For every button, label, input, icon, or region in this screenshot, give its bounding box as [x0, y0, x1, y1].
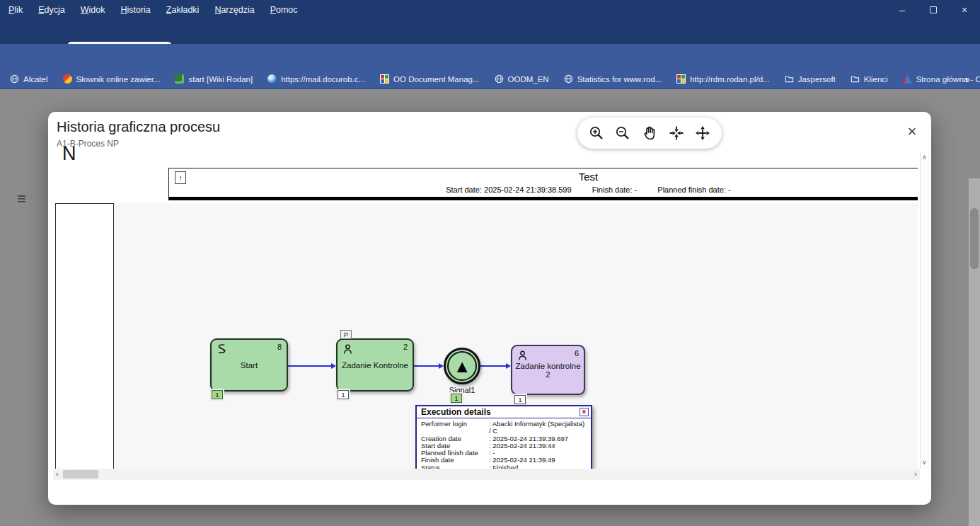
- node-task1-flag: P: [340, 330, 352, 339]
- globe-icon: [564, 74, 573, 84]
- graphical-history-dialog: Historia graficzna procesu A1-B-Proces N…: [48, 112, 931, 505]
- node-task2-badge: 1: [514, 395, 526, 404]
- diagram-vertical-scrollbar[interactable]: ∧ ∨: [920, 152, 929, 469]
- globe-icon: [10, 74, 19, 84]
- signal-triangle-icon: ▲: [447, 351, 477, 381]
- folder-icon: [785, 74, 794, 84]
- node-signal-badge: 1: [451, 394, 462, 403]
- scroll-down-icon[interactable]: ∨: [922, 459, 927, 466]
- bookmark-oodm-en[interactable]: OODM_EN: [495, 74, 549, 84]
- popup-title: Execution details: [421, 407, 491, 417]
- edge-start-task1: [288, 365, 331, 367]
- execution-details-popup: Execution details × Performer login: Aba…: [415, 405, 592, 469]
- node-task1-badge: 1: [338, 390, 349, 399]
- bookmarks-bar: Alcatel Słownik online zawier... start […: [0, 69, 980, 89]
- node-task2[interactable]: 6 Zadanie kontrolne 2: [511, 345, 585, 395]
- menu-narzedzia[interactable]: Narzędzia: [214, 5, 254, 15]
- node-start-badge: 1: [212, 390, 223, 399]
- edge-task1-signal: [414, 365, 439, 367]
- globe-icon: [495, 74, 504, 84]
- wiki-icon: [175, 74, 184, 84]
- node-count: 8: [277, 343, 282, 351]
- page-scrollbar-thumb[interactable]: [970, 208, 979, 269]
- center-fit-button[interactable]: [666, 122, 687, 144]
- node-task1[interactable]: 2 Zadanie Kontrolne: [336, 338, 414, 391]
- bookmark-statistics[interactable]: Statistics for www.rod...: [564, 74, 662, 84]
- bookmark-oo-document[interactable]: OO Document Manag...: [380, 74, 479, 84]
- window-controls: – ×: [887, 0, 980, 20]
- edge-signal-task2: [480, 365, 506, 367]
- node-label: Zadanie kontrolne 2: [512, 362, 584, 379]
- folder-icon: [851, 74, 860, 84]
- popup-titlebar: Execution details ×: [417, 406, 591, 418]
- menu-widok[interactable]: Widok: [81, 5, 105, 15]
- bookmark-jaspersoft[interactable]: Jaspersoft: [785, 74, 836, 84]
- close-window-button[interactable]: ×: [949, 0, 980, 20]
- dialog-title: Historia graficzna procesu: [57, 119, 220, 135]
- up-arrow-icon[interactable]: ↑: [175, 171, 186, 184]
- arrowhead: [439, 363, 444, 369]
- pan-hand-button[interactable]: [639, 122, 660, 144]
- window-titlebar: Plik Edycja Widok Historia Zakładki Narz…: [0, 0, 980, 20]
- bookmarks-overflow-icon[interactable]: »: [964, 74, 970, 85]
- popup-row: Status: Finished: [421, 464, 587, 469]
- dialog-close-button[interactable]: ×: [903, 123, 921, 142]
- screen: Plik Edycja Widok Historia Zakładki Narz…: [0, 0, 980, 526]
- scroll-up-icon[interactable]: ∧: [922, 154, 927, 161]
- background-heading-fragment: N: [62, 143, 76, 165]
- arrowhead: [506, 363, 511, 369]
- signal-label: Signal1: [434, 386, 490, 394]
- menu-plik[interactable]: Plik: [8, 5, 23, 15]
- script-icon: [216, 343, 228, 355]
- arrowhead: [331, 363, 336, 369]
- bookmark-slownik[interactable]: Słownik online zawier...: [63, 74, 161, 84]
- node-signal[interactable]: ▲: [444, 348, 480, 384]
- tab-bar: WorkflowCsr × + ∨: [0, 20, 980, 44]
- maximize-button[interactable]: [918, 0, 949, 20]
- menu-edycja[interactable]: Edycja: [38, 5, 65, 15]
- zoom-in-button[interactable]: [586, 122, 607, 144]
- bookmark-wiki-rodan[interactable]: start [Wiki Rodan]: [175, 74, 253, 84]
- scroll-right-icon[interactable]: ›: [914, 469, 917, 478]
- node-count: 2: [403, 343, 408, 351]
- dictionary-icon: [63, 74, 72, 84]
- process-dates: Start date: 2025-02-24 21:39:38.599 Fini…: [446, 185, 731, 194]
- horizontal-scrollbar-thumb[interactable]: [63, 470, 98, 479]
- minimize-button[interactable]: –: [887, 0, 918, 20]
- diagram-lane: [55, 203, 114, 469]
- node-label: Start: [212, 361, 287, 370]
- person-icon: [342, 343, 354, 355]
- menu-zakladki[interactable]: Zakładki: [166, 5, 200, 15]
- maximize-icon: [930, 6, 937, 13]
- bookmark-klienci[interactable]: Klienci: [851, 74, 888, 84]
- diagram-toolbar: [577, 118, 722, 149]
- oodm-icon: [380, 74, 389, 84]
- process-title: Test: [579, 171, 599, 183]
- node-count: 6: [575, 349, 579, 358]
- onepager-icon: [903, 74, 912, 84]
- bookmark-rdm[interactable]: http://rdm.rodan.pl/d...: [676, 74, 770, 84]
- mail-icon: [267, 74, 277, 84]
- person-icon: [517, 350, 529, 362]
- navigation-toolbar: ← → ⟳ ⌂ dm-dev.rodan.pl:51280/workflow-c…: [0, 44, 980, 69]
- sidebar-menu-icon[interactable]: ≡: [17, 190, 26, 208]
- diagram-horizontal-scrollbar[interactable]: ‹ ›: [53, 469, 920, 480]
- menu-pomoc[interactable]: Pomoc: [270, 5, 298, 15]
- bookmark-alcatel[interactable]: Alcatel: [10, 74, 48, 84]
- node-start[interactable]: 8 Start: [210, 338, 288, 391]
- popup-rows: Performer login: Abacki Informatyk (Spec…: [417, 418, 591, 469]
- popup-row: Performer login: Abacki Informatyk (Spec…: [421, 421, 587, 435]
- bookmark-mail[interactable]: https://mail.docurob.c...: [267, 74, 365, 84]
- diagram-viewport[interactable]: ↑ Test Start date: 2025-02-24 21:39:38.5…: [53, 152, 920, 469]
- menu-historia[interactable]: Historia: [120, 5, 150, 15]
- scroll-left-icon[interactable]: ‹: [56, 469, 59, 478]
- process-header-band: ↑ Test Start date: 2025-02-24 21:39:38.5…: [168, 168, 918, 200]
- move-button[interactable]: [692, 122, 713, 144]
- zoom-out-button[interactable]: [612, 122, 633, 144]
- popup-close-icon[interactable]: ×: [580, 408, 589, 416]
- rdm-icon: [676, 74, 686, 84]
- node-label: Zadanie Kontrolne: [338, 361, 413, 370]
